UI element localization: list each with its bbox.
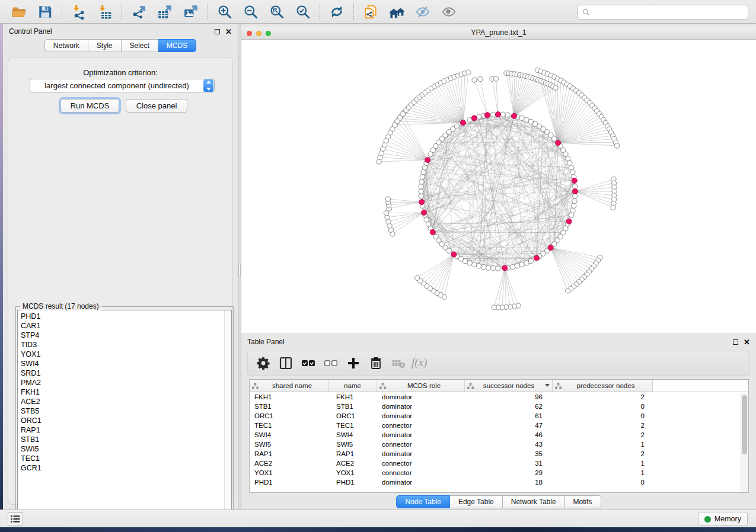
save-session-icon[interactable] <box>37 4 53 20</box>
column-header-MCDS-role[interactable]: MCDS role <box>377 380 465 392</box>
search-field[interactable] <box>578 5 748 20</box>
import-network-icon[interactable] <box>71 4 87 20</box>
column-view-icon[interactable] <box>279 356 293 370</box>
result-node-item[interactable]: TID3 <box>21 340 224 350</box>
tab-network-table[interactable]: Network Table <box>503 495 565 508</box>
result-node-item[interactable]: GCR1 <box>21 463 224 473</box>
table-cell: YOX1 <box>328 469 377 476</box>
tab-edge-table[interactable]: Edge Table <box>450 495 503 508</box>
close-panel-icon[interactable]: ✕ <box>225 28 232 36</box>
table-body: FKH1FKH1dominator962STB1STB1dominator620… <box>250 392 748 487</box>
network-graph[interactable] <box>241 40 756 334</box>
table-row[interactable]: STB1STB1dominator620 <box>250 402 748 411</box>
result-node-item[interactable]: PMA2 <box>21 378 224 387</box>
table-row[interactable]: ACE2ACE2connector311 <box>250 459 748 468</box>
table-scrollbar[interactable] <box>741 393 748 492</box>
network-window-titlebar[interactable]: YPA_prune.txt_1 <box>241 27 756 40</box>
table-row[interactable]: ORC1ORC1dominator610 <box>250 411 748 421</box>
toolbar-separator <box>320 4 320 20</box>
result-list-scrollbar[interactable] <box>224 310 231 524</box>
zoom-fit-icon[interactable] <box>269 4 285 20</box>
result-node-item[interactable]: FKH1 <box>21 387 224 397</box>
tab-node-table[interactable]: Node Table <box>396 495 450 508</box>
tab-select[interactable]: Select <box>122 39 158 52</box>
tab-network[interactable]: Network <box>44 39 88 52</box>
export-network-icon[interactable] <box>131 4 146 20</box>
table-cell: dominator <box>377 403 465 410</box>
network-canvas[interactable] <box>241 40 756 334</box>
result-node-item[interactable]: STB1 <box>21 435 224 444</box>
column-header-shared-name[interactable]: shared name <box>250 380 328 392</box>
node-table: shared namenameMCDS rolesuccessor nodesp… <box>249 379 749 493</box>
table-cell: 0 <box>553 479 653 486</box>
float-panel-icon[interactable] <box>733 339 738 345</box>
table-row[interactable]: YOX1YOX1connector291 <box>250 468 748 477</box>
result-node-item[interactable]: CAR1 <box>21 321 224 331</box>
run-mcds-button[interactable]: Run MCDS <box>60 99 119 113</box>
deselect-all-checkboxes-icon[interactable] <box>324 356 338 370</box>
table-cell: 1 <box>553 469 653 476</box>
zoom-out-icon[interactable] <box>243 4 259 20</box>
table-row[interactable]: FKH1FKH1dominator962 <box>250 392 748 402</box>
result-node-item[interactable]: STP4 <box>21 331 224 340</box>
table-cell: 31 <box>465 460 553 467</box>
result-node-item[interactable]: PHD1 <box>21 312 224 321</box>
result-node-item[interactable]: ACE2 <box>21 397 224 406</box>
mcds-result-list[interactable]: PHD1CAR1STP4TID3YOX1SWI4SRD1PMA2FKH1ACE2… <box>17 310 232 525</box>
refresh-view-icon[interactable] <box>329 4 344 20</box>
table-cell: connector <box>377 441 465 448</box>
tab-motifs[interactable]: Motifs <box>565 495 601 508</box>
close-panel-icon[interactable]: ✕ <box>744 338 750 346</box>
table-cell: TEC1 <box>328 422 377 429</box>
zoom-selected-icon[interactable] <box>295 4 311 20</box>
table-row[interactable]: RAP1RAP1dominator352 <box>250 449 748 459</box>
search-icon <box>582 8 590 16</box>
add-column-icon[interactable] <box>346 356 361 370</box>
first-neighbors-icon[interactable] <box>389 4 404 20</box>
table-row[interactable]: PHD1PHD1dominator180 <box>250 477 748 487</box>
zoom-in-icon[interactable] <box>217 4 232 20</box>
scrollbar-thumb[interactable] <box>742 395 747 454</box>
table-row[interactable]: SWI5SWI5connector431 <box>250 440 748 449</box>
tab-style[interactable]: Style <box>88 39 122 52</box>
sort-chevron-icon[interactable] <box>545 384 550 389</box>
search-input[interactable] <box>590 5 748 19</box>
column-header-predecessor-nodes[interactable]: predecessor nodes <box>553 380 653 392</box>
column-header-name[interactable]: name <box>328 380 377 392</box>
result-node-item[interactable]: SWI4 <box>21 359 224 368</box>
result-node-item[interactable]: SWI5 <box>21 444 224 454</box>
tab-mcds[interactable]: MCDS <box>158 39 196 52</box>
toolbar-separator <box>62 4 62 20</box>
delete-column-icon[interactable] <box>369 356 383 370</box>
result-node-item[interactable]: ORC1 <box>21 416 224 425</box>
result-node-item[interactable]: TEC1 <box>21 454 224 463</box>
result-node-item[interactable]: YOX1 <box>21 350 224 359</box>
gear-icon[interactable] <box>256 356 270 370</box>
table-row[interactable]: TEC1TEC1connector472 <box>250 421 748 430</box>
close-panel-button[interactable]: Close panel <box>126 99 187 113</box>
float-panel-icon[interactable] <box>215 29 220 34</box>
criterion-dropdown[interactable]: largest connected component (undirected) <box>30 79 215 92</box>
mcds-result-title: MCDS result (17 nodes) <box>20 302 101 310</box>
table-cell: SWI4 <box>328 431 377 438</box>
result-node-item[interactable]: SRD1 <box>21 368 224 378</box>
memory-button[interactable]: Memory <box>698 512 748 526</box>
export-image-icon[interactable] <box>183 4 199 20</box>
open-file-icon[interactable] <box>11 4 27 20</box>
result-node-item[interactable]: STB5 <box>21 406 224 416</box>
clone-network-icon[interactable] <box>363 4 378 20</box>
table-cell: YOX1 <box>250 469 328 476</box>
show-all-icon[interactable] <box>441 4 457 20</box>
table-row[interactable]: SWI4SWI4dominator462 <box>250 430 748 440</box>
criterion-value: largest connected component (undirected) <box>30 81 203 90</box>
select-all-checkboxes-icon[interactable] <box>301 356 315 370</box>
hide-selected-icon[interactable] <box>415 4 430 20</box>
import-table-icon[interactable] <box>97 4 113 20</box>
table-cell: 18 <box>465 479 553 486</box>
result-node-item[interactable]: RAP1 <box>21 425 224 435</box>
table-cell: dominator <box>377 431 465 438</box>
column-header-successor-nodes[interactable]: successor nodes <box>465 380 553 392</box>
task-history-button[interactable] <box>8 512 23 525</box>
splitter-handle[interactable] <box>238 264 241 277</box>
export-table-icon[interactable] <box>157 4 173 20</box>
